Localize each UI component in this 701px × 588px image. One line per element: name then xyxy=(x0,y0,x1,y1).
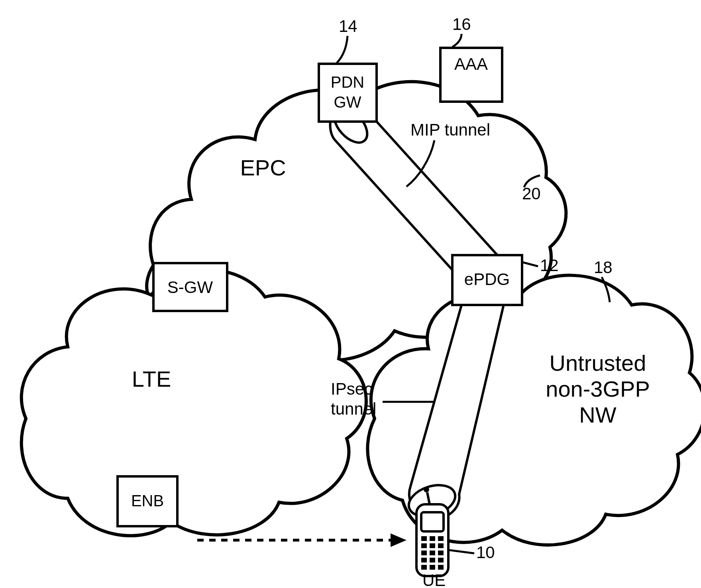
svg-line-30 xyxy=(450,550,474,553)
untrusted-label-3: NW xyxy=(579,402,616,427)
svg-rect-19 xyxy=(430,558,435,562)
epc-label: EPC xyxy=(240,155,286,180)
svg-rect-12 xyxy=(421,543,427,548)
ref-10: 10 xyxy=(476,543,495,562)
epdg-label: ePDG xyxy=(464,270,510,289)
svg-rect-18 xyxy=(421,558,427,562)
ref-14: 14 xyxy=(339,17,357,35)
ref-16: 16 xyxy=(452,15,471,33)
aaa-label: AAA xyxy=(454,55,488,73)
box-aaa: AAA xyxy=(440,48,502,102)
svg-rect-14 xyxy=(438,543,444,548)
ipsec-tunnel-label-2: tunnel xyxy=(331,399,376,418)
ref-12: 12 xyxy=(540,256,559,275)
svg-point-25 xyxy=(424,487,429,492)
svg-rect-17 xyxy=(438,551,444,555)
svg-rect-10 xyxy=(430,536,435,541)
network-diagram: PDN GW AAA S-GW ePDG ENB xyxy=(0,0,701,588)
svg-rect-15 xyxy=(421,551,427,555)
svg-rect-9 xyxy=(421,536,427,541)
mip-tunnel-label: MIP tunnel xyxy=(410,120,490,139)
svg-rect-21 xyxy=(421,565,427,570)
svg-rect-16 xyxy=(430,551,435,555)
untrusted-label-2: non-3GPP xyxy=(546,376,650,401)
svg-rect-22 xyxy=(430,565,435,570)
svg-marker-27 xyxy=(391,533,406,547)
untrusted-label-1: Untrusted xyxy=(550,350,646,376)
ref-18: 18 xyxy=(594,258,613,277)
svg-rect-11 xyxy=(438,536,444,541)
enb-label: ENB xyxy=(131,492,164,509)
box-enb: ENB xyxy=(118,476,177,526)
lte-label: LTE xyxy=(132,366,171,391)
ue-label: UE xyxy=(422,571,446,588)
pdn-gw-label-1: PDN xyxy=(331,73,364,91)
box-pdn-gw: PDN GW xyxy=(319,64,377,122)
svg-rect-13 xyxy=(430,543,435,548)
sgw-label: S-GW xyxy=(167,278,213,297)
svg-rect-8 xyxy=(421,512,444,531)
box-epdg: ePDG xyxy=(452,255,522,305)
svg-rect-23 xyxy=(438,565,444,570)
box-s-gw: S-GW xyxy=(153,263,227,311)
pdn-gw-label-2: GW xyxy=(334,93,361,111)
ipsec-tunnel-label-1: IPsec xyxy=(331,380,373,398)
svg-rect-2 xyxy=(319,64,377,122)
svg-rect-20 xyxy=(438,558,444,562)
